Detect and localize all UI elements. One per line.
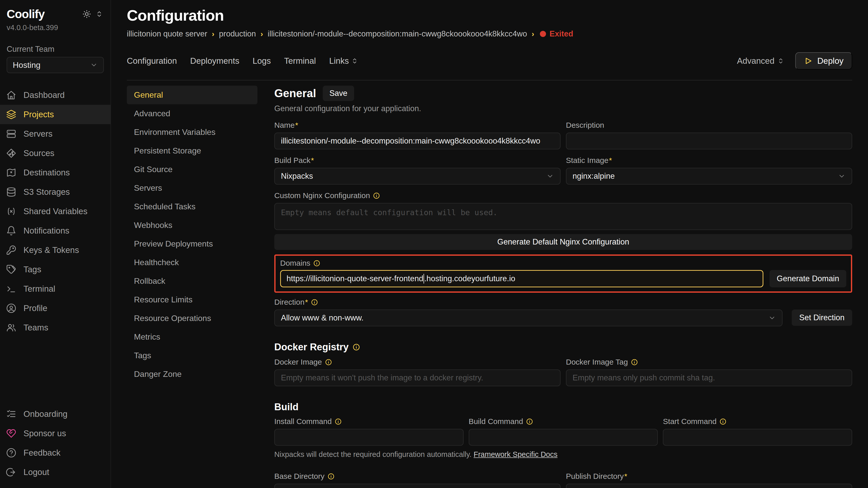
subnav-servers[interactable]: Servers	[127, 179, 257, 197]
breadcrumb: illicitonion quote server production ill…	[127, 29, 852, 38]
static-image-select[interactable]: nginx:alpine	[566, 168, 852, 185]
sidebar-item-sources[interactable]: Sources	[0, 143, 111, 163]
sidebar-item-label: Notifications	[24, 226, 69, 236]
tab-links-label: Links	[329, 56, 349, 66]
publish-directory-input[interactable]	[566, 484, 852, 488]
sidebar-item-notifications[interactable]: Notifications	[0, 221, 111, 240]
framework-docs-link[interactable]: Framework Specific Docs	[473, 450, 557, 458]
deploy-button[interactable]: Deploy	[795, 52, 852, 70]
domains-input[interactable]: https://illicitonion-quote-server-fronte…	[280, 270, 764, 287]
info-icon[interactable]	[328, 473, 335, 480]
subnav-persistent-storage[interactable]: Persistent Storage	[127, 141, 257, 160]
advanced-selector[interactable]: Advanced	[737, 56, 784, 66]
subnav-tags[interactable]: Tags	[127, 346, 257, 365]
docker-image-input[interactable]	[274, 369, 561, 386]
sidebar-item-onboarding[interactable]: Onboarding	[0, 404, 111, 424]
sidebar-item-tags[interactable]: Tags	[0, 260, 111, 279]
build-pack-select[interactable]: Nixpacks	[274, 168, 561, 185]
subnav-danger-zone[interactable]: Danger Zone	[127, 365, 257, 384]
info-icon[interactable]	[325, 359, 332, 366]
app-logo[interactable]: Coolify	[7, 7, 45, 21]
variables-icon	[6, 206, 16, 217]
team-select[interactable]: Hosting	[7, 57, 104, 73]
domains-label: Domains	[280, 259, 310, 267]
sidebar-item-label: Onboarding	[24, 409, 67, 419]
generate-nginx-button[interactable]: Generate Default Nginx Configuration	[274, 234, 852, 250]
tab-logs[interactable]: Logs	[253, 56, 271, 66]
sidebar-item-keys-tokens[interactable]: Keys & Tokens	[0, 240, 111, 260]
bell-icon	[6, 226, 16, 236]
base-directory-input[interactable]	[274, 484, 561, 488]
sidebar-item-terminal[interactable]: Terminal	[0, 279, 111, 299]
chevron-down-icon	[90, 61, 98, 69]
info-icon[interactable]	[335, 418, 342, 425]
generate-domain-button[interactable]: Generate Domain	[770, 270, 846, 287]
sidebar-item-profile[interactable]: Profile	[0, 299, 111, 318]
info-icon[interactable]	[311, 299, 318, 306]
subnav-preview-deployments[interactable]: Preview Deployments	[127, 234, 257, 253]
start-command-input[interactable]	[663, 429, 852, 446]
set-direction-button[interactable]: Set Direction	[792, 310, 852, 326]
info-icon[interactable]	[526, 418, 533, 425]
subnav-git-source[interactable]: Git Source	[127, 160, 257, 179]
subnav-resource-limits[interactable]: Resource Limits	[127, 290, 257, 309]
build-heading: Build	[274, 401, 299, 413]
install-command-input[interactable]	[274, 429, 464, 446]
direction-label: Direction	[274, 298, 308, 306]
chevron-down-icon	[546, 172, 554, 180]
sidebar-item-projects[interactable]: Projects	[0, 105, 111, 124]
sidebar-nav: Dashboard Projects Servers Sources Desti…	[0, 86, 111, 337]
sidebar-item-teams[interactable]: Teams	[0, 318, 111, 337]
chevron-right-icon	[260, 30, 263, 38]
sidebar-item-shared-variables[interactable]: Shared Variables	[0, 202, 111, 221]
sidebar-item-logout[interactable]: Logout	[0, 462, 111, 482]
subnav-scheduled-tasks[interactable]: Scheduled Tasks	[127, 197, 257, 216]
tab-configuration[interactable]: Configuration	[127, 56, 177, 66]
breadcrumb-environment[interactable]: production	[219, 29, 256, 38]
subnav-general[interactable]: General	[127, 86, 257, 104]
deploy-label: Deploy	[817, 56, 843, 66]
info-icon[interactable]	[313, 260, 320, 267]
nginx-config-textarea[interactable]	[274, 203, 852, 230]
chevrons-up-down-icon[interactable]	[96, 10, 103, 18]
tab-links[interactable]: Links	[329, 56, 358, 66]
chevrons-up-down-icon	[351, 58, 358, 64]
direction-select[interactable]: Allow www & non-www.	[274, 310, 782, 326]
build-command-input[interactable]	[469, 429, 658, 446]
save-button[interactable]: Save	[323, 86, 354, 101]
sidebar-item-s3-storages[interactable]: S3 Storages	[0, 182, 111, 202]
sidebar-item-feedback[interactable]: Feedback	[0, 443, 111, 462]
sidebar-item-label: S3 Storages	[24, 187, 70, 197]
main-content: Configuration illicitonion quote server …	[111, 0, 868, 488]
text-caret	[424, 274, 424, 284]
subnav-rollback[interactable]: Rollback	[127, 272, 257, 290]
sidebar-item-label: Keys & Tokens	[24, 245, 79, 255]
sidebar-item-servers[interactable]: Servers	[0, 124, 111, 143]
sidebar-item-dashboard[interactable]: Dashboard	[0, 86, 111, 105]
subnav-metrics[interactable]: Metrics	[127, 328, 257, 346]
subnav-webhooks[interactable]: Webhooks	[127, 216, 257, 234]
sun-icon[interactable]	[83, 10, 91, 19]
tag-icon	[6, 264, 16, 274]
sidebar-item-destinations[interactable]: Destinations	[0, 163, 111, 182]
docker-image-tag-input[interactable]	[566, 369, 852, 386]
info-icon[interactable]	[352, 344, 360, 351]
subnav-healthcheck[interactable]: Healthcheck	[127, 253, 257, 272]
info-icon[interactable]	[719, 418, 726, 425]
publish-directory-label: Publish Directory	[566, 472, 627, 481]
breadcrumb-resource[interactable]: illicitestonion/-module--decomposition:m…	[268, 29, 527, 38]
subnav-environment-variables[interactable]: Environment Variables	[127, 123, 257, 141]
home-icon	[6, 90, 16, 100]
tab-deployments[interactable]: Deployments	[190, 56, 239, 66]
description-input[interactable]	[566, 133, 852, 150]
subnav-resource-operations[interactable]: Resource Operations	[127, 309, 257, 328]
subnav-advanced[interactable]: Advanced	[127, 104, 257, 123]
tab-terminal[interactable]: Terminal	[284, 56, 316, 66]
name-input[interactable]	[274, 133, 561, 150]
sidebar-item-label: Profile	[24, 303, 48, 313]
breadcrumb-project[interactable]: illicitonion quote server	[127, 29, 207, 38]
info-icon[interactable]	[373, 192, 380, 199]
info-icon[interactable]	[631, 359, 638, 366]
sidebar-item-sponsor-us[interactable]: Sponsor us	[0, 424, 111, 443]
install-command-label: Install Command	[274, 417, 332, 426]
